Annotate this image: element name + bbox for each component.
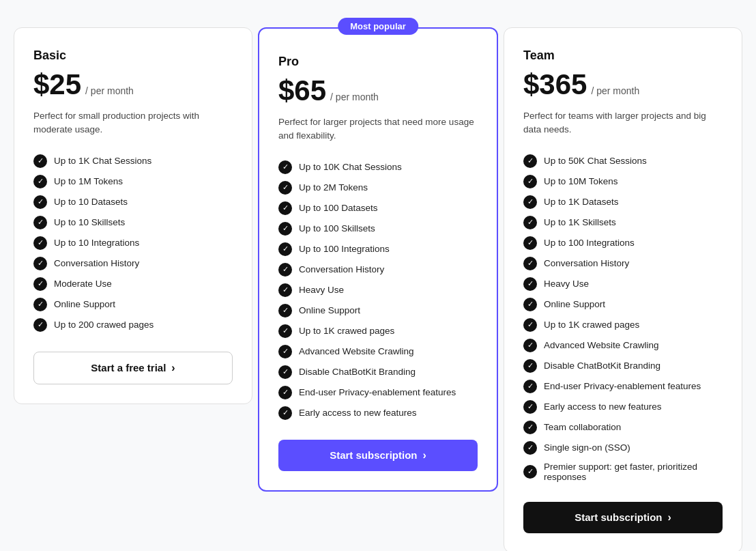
check-icon: ✓ — [278, 263, 292, 277]
check-icon: ✓ — [33, 277, 47, 291]
plan-price-basic: $25 / per month — [33, 68, 233, 101]
feature-label: Up to 50K Chat Sessions — [544, 156, 647, 166]
cta-button-basic[interactable]: Start a free trial › — [33, 352, 233, 384]
feature-label: Advanced Website Crawling — [299, 346, 414, 356]
feature-label: Heavy Use — [299, 285, 344, 295]
price-amount-team: $365 — [523, 68, 587, 101]
feature-label: Disable ChatBotKit Branding — [299, 367, 416, 377]
feature-item: ✓ Up to 10 Skillsets — [33, 212, 233, 233]
feature-label: End-user Privacy-enablement features — [544, 381, 701, 391]
feature-item: ✓ Team collaboration — [523, 417, 723, 438]
cta-label-basic: Start a free trial — [91, 362, 166, 373]
feature-label: Online Support — [54, 299, 115, 309]
feature-item: ✓ Advanced Website Crawling — [278, 341, 478, 362]
feature-label: Up to 2M Tokens — [299, 182, 368, 193]
feature-item: ✓ Up to 50K Chat Sessions — [523, 151, 723, 171]
feature-item: ✓ Disable ChatBotKit Branding — [278, 362, 478, 382]
feature-label: Up to 10 Integrations — [54, 238, 139, 248]
features-list-pro: ✓ Up to 10K Chat Sessions ✓ Up to 2M Tok… — [278, 157, 478, 423]
plan-description-team: Perfect for teams with larger projects a… — [523, 109, 723, 137]
check-icon: ✓ — [278, 304, 292, 317]
feature-item: ✓ Heavy Use — [523, 274, 723, 294]
plan-card-basic: Basic $25 / per month Perfect for small … — [14, 27, 252, 404]
check-icon: ✓ — [278, 201, 292, 215]
check-icon: ✓ — [33, 236, 47, 250]
feature-item: ✓ Up to 1K Skillsets — [523, 212, 723, 233]
plan-card-team: Team $365 / per month Perfect for teams … — [504, 27, 742, 551]
feature-item: ✓ Disable ChatBotKit Branding — [523, 356, 723, 376]
feature-label: Early access to new features — [299, 408, 417, 418]
arrow-icon: › — [171, 362, 175, 374]
feature-label: Single sign-on (SSO) — [544, 442, 630, 453]
check-icon: ✓ — [278, 386, 292, 399]
feature-item: ✓ Advanced Website Crawling — [523, 335, 723, 356]
feature-item: ✓ Up to 2M Tokens — [278, 178, 478, 198]
check-icon: ✓ — [523, 339, 537, 352]
feature-label: Up to 10 Skillsets — [54, 217, 125, 227]
feature-item: ✓ Up to 1K Chat Sessions — [33, 151, 233, 171]
feature-item: ✓ Up to 1K crawed pages — [278, 321, 478, 341]
feature-label: Online Support — [299, 305, 360, 315]
check-icon: ✓ — [278, 181, 292, 195]
check-icon: ✓ — [523, 380, 537, 393]
plan-price-team: $365 / per month — [523, 68, 723, 101]
feature-label: Team collaboration — [544, 422, 621, 432]
price-period-pro: / per month — [330, 91, 379, 102]
feature-label: Online Support — [544, 299, 605, 309]
feature-item: ✓ Premier support: get faster, prioritiz… — [523, 458, 723, 485]
feature-label: Up to 100 Integrations — [544, 238, 635, 248]
cta-button-pro[interactable]: Start subscription › — [278, 440, 478, 471]
feature-item: ✓ Early access to new features — [523, 397, 723, 417]
plan-card-pro: Most popularPro $65 / per month Perfect … — [258, 27, 498, 492]
price-period-basic: / per month — [85, 85, 134, 96]
price-amount-pro: $65 — [278, 74, 326, 107]
plan-name-team: Team — [523, 48, 723, 63]
price-amount-basic: $25 — [33, 68, 81, 101]
check-icon: ✓ — [523, 175, 537, 188]
feature-label: Up to 10 Datasets — [54, 197, 128, 207]
check-icon: ✓ — [523, 257, 537, 270]
plan-description-pro: Perfect for larger projects that need mo… — [278, 115, 478, 143]
feature-item: ✓ Up to 10 Integrations — [33, 233, 233, 253]
feature-label: Up to 1M Tokens — [54, 176, 123, 186]
cta-label-pro: Start subscription — [330, 449, 417, 461]
feature-label: Up to 200 crawed pages — [54, 320, 154, 330]
check-icon: ✓ — [278, 406, 292, 420]
feature-item: ✓ End-user Privacy-enablement features — [278, 382, 478, 403]
check-icon: ✓ — [33, 175, 47, 188]
feature-item: ✓ Up to 100 Skillsets — [278, 218, 478, 239]
check-icon: ✓ — [523, 195, 537, 209]
arrow-icon: › — [423, 449, 426, 462]
cta-button-team[interactable]: Start subscription › — [523, 502, 723, 533]
feature-label: Conversation History — [544, 258, 629, 268]
feature-label: Moderate Use — [54, 279, 112, 289]
feature-item: ✓ Up to 200 crawed pages — [33, 315, 233, 335]
feature-item: ✓ Conversation History — [278, 259, 478, 280]
feature-item: ✓ Online Support — [33, 294, 233, 315]
check-icon: ✓ — [523, 277, 537, 291]
arrow-icon: › — [668, 511, 671, 524]
feature-label: Up to 1K Skillsets — [544, 217, 616, 227]
feature-item: ✓ Moderate Use — [33, 274, 233, 294]
feature-label: Up to 1K Chat Sessions — [54, 156, 151, 166]
feature-label: Conversation History — [299, 264, 384, 274]
feature-label: Heavy Use — [544, 279, 589, 289]
feature-label: Up to 1K crawed pages — [544, 320, 639, 330]
feature-item: ✓ Up to 10M Tokens — [523, 171, 723, 192]
feature-label: Up to 10K Chat Sessions — [299, 162, 402, 172]
feature-item: ✓ Online Support — [523, 294, 723, 315]
check-icon: ✓ — [278, 222, 292, 236]
check-icon: ✓ — [278, 242, 292, 256]
check-icon: ✓ — [523, 400, 537, 414]
price-period-team: / per month — [591, 85, 639, 96]
feature-item: ✓ Up to 1K crawed pages — [523, 315, 723, 335]
check-icon: ✓ — [33, 318, 47, 332]
check-icon: ✓ — [33, 195, 47, 209]
feature-item: ✓ Up to 10K Chat Sessions — [278, 157, 478, 178]
feature-item: ✓ Up to 100 Integrations — [278, 239, 478, 259]
check-icon: ✓ — [523, 359, 537, 373]
feature-item: ✓ Online Support — [278, 300, 478, 321]
feature-label: Conversation History — [54, 258, 139, 268]
check-icon: ✓ — [523, 154, 537, 168]
feature-item: ✓ End-user Privacy-enablement features — [523, 376, 723, 397]
